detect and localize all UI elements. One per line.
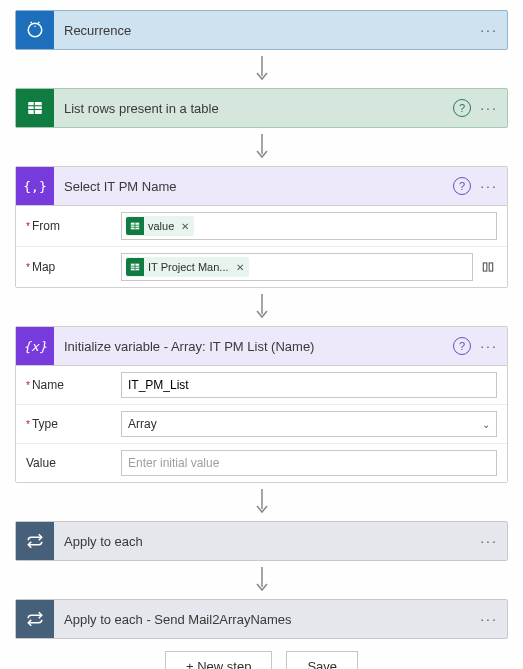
variable-icon: {x} [16,327,54,365]
svg-rect-18 [489,263,493,271]
loop-icon [16,600,54,638]
step-title: List rows present in a table [54,101,453,116]
help-icon[interactable]: ? [453,99,471,117]
field-label-name: * Name [26,378,121,392]
from-token[interactable]: value ✕ [126,216,194,236]
label-text: From [32,219,60,233]
step-menu-button[interactable]: ··· [477,529,501,553]
map-input[interactable]: IT Project Man... ✕ [121,253,473,281]
required-star: * [26,262,30,273]
from-input[interactable]: value ✕ [121,212,497,240]
step-menu-button[interactable]: ··· [477,18,501,42]
step-select-it-pm-name: {,} Select IT PM Name ? ··· * From value… [15,166,508,288]
value-input[interactable] [121,450,497,476]
step-title: Recurrence [54,23,477,38]
save-button[interactable]: Save [286,651,358,669]
svg-rect-3 [28,102,42,114]
recurrence-icon [16,11,54,49]
flow-arrow [15,50,508,88]
token-label: value [148,220,174,232]
step-menu-button[interactable]: ··· [477,174,501,198]
type-value: Array [128,417,157,431]
token-remove-icon[interactable]: ✕ [181,221,189,232]
excel-token-icon [126,217,144,235]
chevron-down-icon: ⌄ [482,419,490,430]
flow-arrow [15,128,508,166]
step-title: Initialize variable - Array: IT PM List … [54,339,453,354]
flow-arrow [15,288,508,326]
token-label: IT Project Man... [148,261,229,273]
step-header[interactable]: {,} Select IT PM Name ? ··· [16,167,507,205]
step-apply-to-each[interactable]: Apply to each ··· [15,521,508,561]
step-title: Apply to each - Send Mail2ArrayNames [54,612,477,627]
map-token[interactable]: IT Project Man... ✕ [126,257,249,277]
step-initialize-variable: {x} Initialize variable - Array: IT PM L… [15,326,508,483]
excel-icon [16,89,54,127]
field-row-value: Value [16,443,507,482]
step-menu-button[interactable]: ··· [477,607,501,631]
field-label-from: * From [26,219,121,233]
field-label-value: Value [26,456,121,470]
step-recurrence[interactable]: Recurrence ··· [15,10,508,50]
flow-arrow [15,561,508,599]
required-star: * [26,380,30,391]
loop-icon [16,522,54,560]
step-list-rows[interactable]: List rows present in a table ? ··· [15,88,508,128]
field-row-name: * Name [16,366,507,404]
svg-point-1 [34,26,36,28]
flow-arrow [15,483,508,521]
name-input[interactable] [121,372,497,398]
token-remove-icon[interactable]: ✕ [236,262,244,273]
label-text: Type [32,417,58,431]
field-label-type: * Type [26,417,121,431]
new-step-button[interactable]: + New step [165,651,272,669]
step-title: Apply to each [54,534,477,549]
required-star: * [26,221,30,232]
step-header[interactable]: {x} Initialize variable - Array: IT PM L… [16,327,507,365]
excel-token-icon [126,258,144,276]
help-icon[interactable]: ? [453,337,471,355]
label-text: Name [32,378,64,392]
label-text: Value [26,456,56,470]
step-menu-button[interactable]: ··· [477,96,501,120]
field-row-from: * From value ✕ [16,206,507,246]
bottom-toolbar: + New step Save [15,651,508,669]
svg-point-0 [28,23,42,37]
data-operation-icon: {,} [16,167,54,205]
step-title: Select IT PM Name [54,179,453,194]
step-menu-button[interactable]: ··· [477,334,501,358]
svg-rect-17 [483,263,487,271]
field-label-map: * Map [26,260,121,274]
label-text: Map [32,260,55,274]
map-mode-toggle-icon[interactable] [479,260,497,274]
field-row-type: * Type Array ⌄ [16,404,507,443]
help-icon[interactable]: ? [453,177,471,195]
step-apply-to-each-send-mail[interactable]: Apply to each - Send Mail2ArrayNames ··· [15,599,508,639]
type-select[interactable]: Array ⌄ [121,411,497,437]
field-row-map: * Map IT Project Man... ✕ [16,246,507,287]
required-star: * [26,419,30,430]
